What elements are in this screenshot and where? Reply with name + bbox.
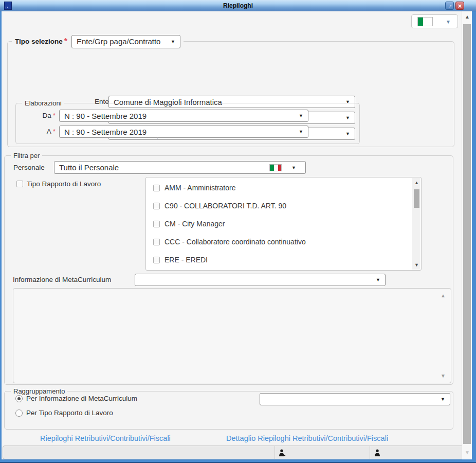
- footer-divider: [370, 446, 370, 459]
- elaborazione-da-select[interactable]: N : 90 - Settembre 2019 ▼: [59, 110, 308, 122]
- elaborazioni-legend: Elaborazioni: [22, 99, 64, 108]
- a-label: A*: [22, 128, 56, 135]
- metacurriculum-select[interactable]: ▼: [135, 274, 386, 286]
- title-bar[interactable]: Riepiloghi → ×: [0, 0, 476, 11]
- footer-toolbar: [3, 446, 465, 459]
- item-checkbox[interactable]: [153, 203, 160, 209]
- radio-row-tipo-rapporto[interactable]: Per Tipo Rapporto di Lavoro: [15, 409, 113, 417]
- link-dettaglio-riepiloghi[interactable]: Dettaglio Riepiloghi Retributivi/Contrib…: [226, 434, 388, 442]
- scrollbar-thumb[interactable]: [463, 24, 471, 444]
- scroll-down-icon[interactable]: ▼: [441, 373, 446, 379]
- list-item[interactable]: AMM - Amministratore: [153, 179, 235, 197]
- tipo-rapporto-checkbox[interactable]: [16, 181, 23, 187]
- tipo-selezione-legend: Tipo selezione * Ente/Grp paga/Contratto…: [12, 34, 184, 48]
- maximize-arrow-icon: →: [446, 2, 454, 10]
- maximize-button[interactable]: →: [445, 2, 454, 10]
- chevron-down-icon: ▼: [441, 397, 445, 402]
- list-item[interactable]: C90 - COLLABORATORI T.D. ART. 90: [153, 197, 286, 215]
- tipo-selezione-select[interactable]: Ente/Grp paga/Contratto ▼: [71, 35, 180, 48]
- footer-divider: [274, 446, 275, 459]
- radio-row-metacurriculum[interactable]: Per Informazione di MetaCurriculum: [15, 395, 137, 402]
- italian-flag-icon: [269, 164, 282, 171]
- scroll-up-icon[interactable]: ▲: [462, 14, 472, 20]
- chevron-down-icon: ▼: [299, 113, 303, 118]
- elaborazione-da-value: N : 90 - Settembre 2019: [64, 112, 147, 120]
- tipo-rapporto-label: Tipo Rapporto di Lavoro: [27, 180, 101, 188]
- elaborazione-a-select[interactable]: N : 90 - Settembre 2019 ▼: [59, 126, 308, 138]
- item-checkbox[interactable]: [153, 185, 160, 191]
- tipo-selezione-label: Tipo selezione: [15, 38, 63, 45]
- list-item[interactable]: CM - City Manager: [153, 215, 225, 233]
- radio-metacurriculum[interactable]: [15, 395, 23, 402]
- elaborazioni-fieldset: Elaborazioni: [15, 103, 360, 144]
- italian-flag-icon: [417, 17, 433, 26]
- user-icon[interactable]: [374, 449, 381, 457]
- elaborazione-a-value: N : 90 - Settembre 2019: [64, 128, 147, 136]
- item-checkbox[interactable]: [153, 221, 160, 227]
- metacurriculum-values-panel[interactable]: ▲ ▼: [13, 288, 451, 383]
- personale-value: Tutto il Personale: [59, 163, 119, 172]
- close-button[interactable]: ×: [455, 2, 464, 10]
- link-riepiloghi[interactable]: Riepiloghi Retributivi/Contributivi/Fisc…: [40, 434, 171, 442]
- user-with-arrow-icon[interactable]: [279, 449, 286, 457]
- scroll-up-icon[interactable]: ▲: [441, 293, 446, 298]
- metacurriculum-label: Informazione di MetaCurriculum: [13, 276, 111, 283]
- tipo-rapporto-listbox[interactable]: AMM - Amministratore C90 - COLLABORATORI…: [145, 177, 422, 271]
- scroll-down-icon[interactable]: ▼: [412, 262, 421, 268]
- required-marker: *: [53, 112, 56, 119]
- da-label: Da*: [22, 112, 56, 119]
- riepiloghi-window: Riepiloghi → × ▼ Tipo selezione * Ente/G…: [0, 0, 476, 463]
- chevron-down-icon: ▼: [171, 39, 175, 44]
- close-icon: ×: [458, 3, 462, 9]
- chevron-down-icon: ▼: [376, 277, 380, 282]
- list-item[interactable]: ERE - EREDI: [153, 251, 208, 269]
- listbox-scrollbar[interactable]: ▲ ▼: [412, 178, 420, 270]
- chevron-down-icon: ▼: [299, 129, 303, 134]
- radio-tipo-rapporto[interactable]: [15, 409, 23, 417]
- tipo-rapporto-checkbox-row[interactable]: Tipo Rapporto di Lavoro: [16, 180, 101, 188]
- tipo-selezione-value: Ente/Grp paga/Contratto: [77, 37, 160, 46]
- scrollbar-thumb[interactable]: [414, 189, 419, 208]
- personale-label: Personale: [13, 164, 49, 171]
- language-selector[interactable]: ▼: [411, 14, 458, 28]
- chevron-down-icon: ▼: [446, 19, 451, 25]
- scroll-down-icon[interactable]: ▼: [462, 450, 472, 455]
- item-checkbox[interactable]: [153, 257, 160, 263]
- personale-select[interactable]: Tutto il Personale ▼: [54, 161, 306, 174]
- item-checkbox[interactable]: [153, 239, 160, 245]
- window-title: Riepiloghi: [0, 0, 476, 11]
- page-scrollbar[interactable]: ▲ ▼: [462, 11, 472, 459]
- raggruppamento-select[interactable]: ▼: [260, 393, 450, 405]
- required-marker: *: [64, 37, 67, 46]
- filtra-per-legend: Filtra per: [11, 151, 42, 160]
- required-marker: *: [53, 128, 56, 135]
- chevron-down-icon: ▼: [291, 165, 296, 170]
- scroll-up-icon[interactable]: ▲: [412, 180, 421, 185]
- list-item[interactable]: CCC - Collaboratore coordinato continuat…: [153, 233, 306, 251]
